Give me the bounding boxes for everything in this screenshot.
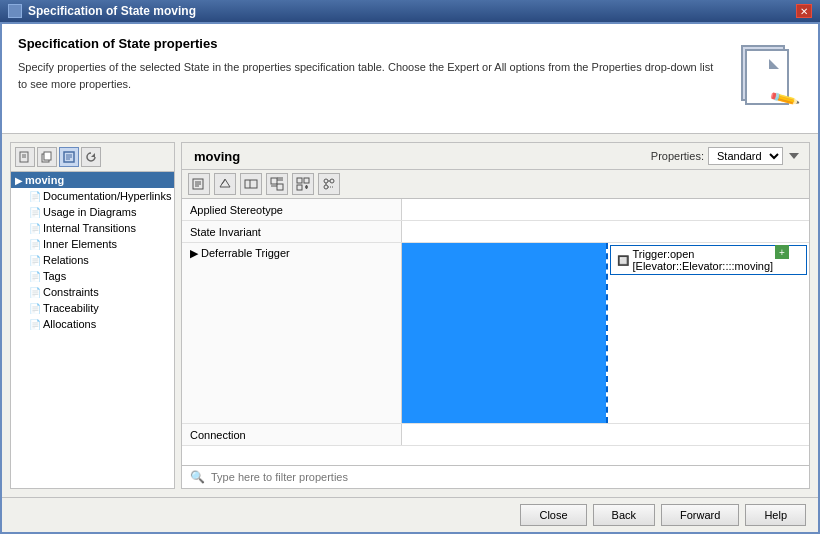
prop-name-connection: Connection [182,424,402,445]
filter-bar: 🔍 [182,465,809,488]
rt-btn-6[interactable] [318,173,340,195]
trigger-chip-icon: 🔲 [617,255,629,266]
tree-item-label: Relations [43,254,89,266]
toolbar-btn-3[interactable] [59,147,79,167]
tree-item-internal[interactable]: 📄 Internal Transitions [11,220,174,236]
tree-item-usage[interactable]: 📄 Usage in Diagrams [11,204,174,220]
prop-value-state-invariant[interactable] [402,221,809,242]
header-text: Specification of State properties Specif… [18,36,720,92]
prop-value-connection[interactable] [402,424,809,445]
svg-rect-24 [297,178,302,183]
svg-point-31 [324,185,328,189]
right-panel: moving Properties: Standard Expert All [181,142,810,489]
header-title: Specification of State properties [18,36,720,51]
title-bar: Specification of State moving ✕ [0,0,820,22]
tree-doc-icon: 📄 [29,287,41,298]
left-panel: ▶ moving 📄 Documentation/Hyperlinks 📄 Us… [10,142,175,489]
tree-doc-icon: 📄 [29,255,41,266]
tree-item-label: Traceability [43,302,99,314]
header-description: Specify properties of the selected State… [18,59,720,92]
rt-btn-1[interactable] [188,173,210,195]
tree-item-moving[interactable]: ▶ moving [11,172,174,188]
tree-container: ▶ moving 📄 Documentation/Hyperlinks 📄 Us… [11,172,174,332]
right-panel-title: moving [190,149,647,164]
properties-select[interactable]: Standard Expert All [708,147,783,165]
document-icon: ✏️ [737,41,797,111]
tree-item-tags[interactable]: 📄 Tags [11,268,174,284]
tree-expand-icon: ▶ [15,175,23,186]
row-applied-stereotype: Applied Stereotype [182,199,809,221]
properties-dropdown-arrow [787,149,801,163]
svg-point-29 [324,179,328,183]
svg-rect-17 [245,180,257,188]
svg-point-30 [330,179,334,183]
rt-btn-2[interactable] [214,173,236,195]
left-toolbar [11,143,174,172]
tree-item-allocations[interactable]: 📄 Allocations [11,316,174,332]
svg-rect-4 [44,152,51,160]
tree-item-constraints[interactable]: 📄 Constraints [11,284,174,300]
window-icon [8,4,22,18]
svg-rect-25 [304,178,309,183]
prop-name-applied-stereotype: Applied Stereotype [182,199,402,220]
tree-doc-icon: 📄 [29,191,41,202]
main-window: Specification of State properties Specif… [0,22,820,534]
tree-item-traceability[interactable]: 📄 Traceability [11,300,174,316]
svg-rect-26 [297,185,302,190]
svg-rect-20 [277,184,283,190]
tree-item-label: Allocations [43,318,96,330]
forward-button[interactable]: Forward [661,504,739,526]
prop-name-state-invariant: State Invariant [182,221,402,242]
tree-item-label: Inner Elements [43,238,117,250]
prop-value-applied-stereotype[interactable] [402,199,809,220]
bottom-bar: Close Back Forward Help [2,497,818,532]
tree-doc-icon: 📄 [29,271,41,282]
toolbar-btn-refresh[interactable] [81,147,101,167]
doc-fold [769,59,779,69]
tree-item-label: Tags [43,270,66,282]
header-icon-area: ✏️ [732,36,802,116]
trigger-right-panel: 🔲 Trigger:open [Elevator::Elevator::::mo… [606,243,810,423]
deferrable-trigger-area[interactable]: 🔲 Trigger:open [Elevator::Elevator::::mo… [402,243,809,423]
tree-item-label: Constraints [43,286,99,298]
header-area: Specification of State properties Specif… [2,24,818,134]
tree-item-label: Internal Transitions [43,222,136,234]
close-window-button[interactable]: ✕ [796,4,812,18]
tree-item-docs[interactable]: 📄 Documentation/Hyperlinks [11,188,174,204]
rt-btn-5[interactable] [292,173,314,195]
toolbar-btn-2[interactable] [37,147,57,167]
help-button[interactable]: Help [745,504,806,526]
properties-table: Applied Stereotype State Invariant ▶ Def… [182,199,809,465]
tree-doc-icon: 📄 [29,223,41,234]
tree-item-inner[interactable]: 📄 Inner Elements [11,236,174,252]
tree-item-label: moving [25,174,64,186]
tree-item-label: Usage in Diagrams [43,206,137,218]
svg-marker-10 [789,153,799,159]
rt-btn-3[interactable] [240,173,262,195]
svg-marker-9 [91,153,95,157]
filter-icon: 🔍 [190,470,205,484]
prop-value-deferrable-trigger[interactable]: 🔲 Trigger:open [Elevator::Elevator::::mo… [402,243,809,423]
add-trigger-button[interactable]: + [775,245,789,259]
tree-doc-icon: 📄 [29,207,41,218]
right-header: moving Properties: Standard Expert All [182,143,809,170]
tree-item-label: Documentation/Hyperlinks [43,190,171,202]
tree-doc-icon: 📄 [29,239,41,250]
content-area: ▶ moving 📄 Documentation/Hyperlinks 📄 Us… [2,134,818,497]
tree-item-relations[interactable]: 📄 Relations [11,252,174,268]
properties-label: Properties: [651,150,704,162]
svg-rect-19 [271,178,277,184]
toolbar-btn-1[interactable] [15,147,35,167]
row-deferrable-trigger: ▶ Deferrable Trigger 🔲 [182,243,809,424]
row-connection: Connection [182,424,809,446]
back-button[interactable]: Back [593,504,655,526]
rt-btn-4[interactable] [266,173,288,195]
window-title: Specification of State moving [28,4,790,18]
filter-input[interactable] [211,471,801,483]
row-state-invariant: State Invariant [182,221,809,243]
close-button[interactable]: Close [520,504,586,526]
right-toolbar [182,170,809,199]
prop-name-deferrable-trigger: ▶ Deferrable Trigger [182,243,402,423]
tree-doc-icon: 📄 [29,319,41,330]
tree-doc-icon: 📄 [29,303,41,314]
